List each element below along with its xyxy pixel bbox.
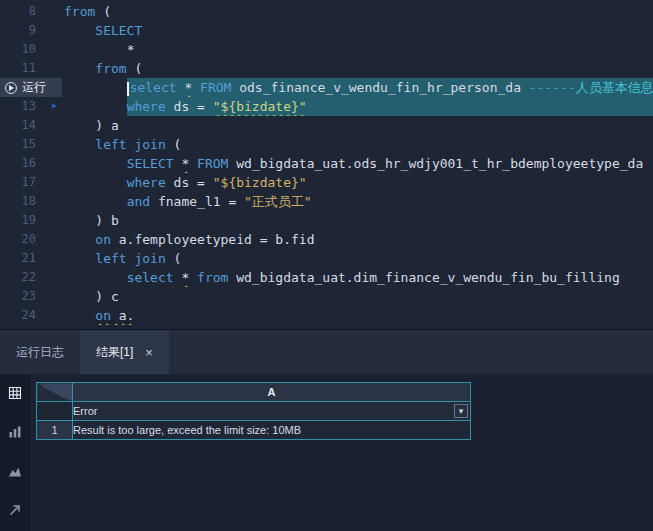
error-filter-value: Error (73, 405, 97, 417)
filter-row: Error (37, 402, 471, 421)
result-toolbar (0, 374, 30, 531)
corner-cell[interactable] (37, 383, 73, 402)
code-segment: FROM (197, 154, 228, 173)
run-button-label: 运行 (22, 78, 46, 97)
indent (64, 154, 127, 173)
indent (64, 211, 95, 230)
code-line[interactable]: 16 SELECT * FROM wd_bigdata_uat.ods_hr_w… (0, 154, 653, 173)
gutter-slot (44, 40, 64, 59)
line-number: 19 (0, 211, 44, 230)
code-text[interactable]: left join ( (64, 249, 653, 268)
code-segment: ) a (95, 116, 118, 135)
code-text[interactable]: ) c (64, 287, 653, 306)
gutter-slot (44, 211, 64, 230)
filter-dropdown-icon[interactable] (454, 404, 468, 418)
gutter-slot (44, 154, 64, 173)
result-row: 1Result is too large, exceed the limit s… (37, 421, 471, 440)
code-line[interactable]: 15 left join ( (0, 135, 653, 154)
code-segment: "${bizdate}" (213, 99, 307, 114)
code-line[interactable]: 13➤ where ds = "${bizdate}" (0, 97, 653, 116)
indent (64, 135, 95, 154)
bottom-panel: 运行日志结果[1]× (0, 329, 653, 531)
gutter-slot (44, 59, 64, 78)
code-text[interactable]: on a.femployeetypeid = b.fid (64, 230, 653, 249)
code-text[interactable]: SELECT * FROM wd_bigdata_uat.ods_hr_wdjy… (64, 154, 653, 173)
code-text[interactable]: from ( (64, 59, 653, 78)
code-segment: ) b (95, 211, 118, 230)
filter-row-header (37, 402, 73, 421)
gutter-slot (44, 2, 64, 21)
code-line[interactable]: 18 and fname_l1 = "正式员工" (0, 192, 653, 211)
tab-result[interactable]: 结果[1]× (80, 330, 169, 374)
code-segment: "正式员工" (244, 192, 312, 211)
error-filter-cell[interactable]: Error (73, 402, 471, 421)
code-line[interactable]: 23 ) c (0, 287, 653, 306)
code-editor[interactable]: 运行 8from (9 SELECT10 *11 from (12 select… (0, 0, 653, 329)
selection-highlight: select * FROM ods_finance_v_wendu_fin_hr… (127, 78, 653, 97)
code-line[interactable]: 12 select * FROM ods_finance_v_wendu_fin… (0, 78, 653, 97)
bar-chart-icon[interactable] (4, 421, 26, 443)
code-text[interactable]: select * FROM ods_finance_v_wendu_fin_hr… (64, 78, 653, 97)
code-segment: wd_bigdata_uat.ods_hr_wdjy001_t_hr_bdemp… (228, 154, 643, 173)
code-text[interactable]: ) a (64, 116, 653, 135)
gutter-slot (44, 192, 64, 211)
code-segment: ds (166, 99, 197, 114)
code-segment: ds = (166, 173, 213, 192)
code-text[interactable]: ) b (64, 211, 653, 230)
tab-close-icon[interactable]: × (145, 345, 153, 360)
code-segment: ( (166, 249, 182, 268)
line-number: 10 (0, 40, 44, 59)
indent (64, 97, 127, 116)
code-line[interactable]: 10 * (0, 40, 653, 59)
code-segment: * (181, 268, 189, 287)
code-segment: ods_finance_v_wendu_fin_hr_person_da (231, 80, 528, 95)
code-text[interactable]: from ( (64, 2, 653, 21)
code-text[interactable]: SELECT (64, 21, 653, 40)
export-arrow-icon[interactable] (4, 499, 26, 521)
code-segment: "${bizdate}" (213, 173, 307, 192)
line-number: 8 (0, 2, 44, 21)
line-number: 18 (0, 192, 44, 211)
gutter-slot (44, 249, 64, 268)
code-text[interactable]: where ds = "${bizdate}" (64, 173, 653, 192)
run-arrow-icon[interactable]: ➤ (51, 101, 58, 112)
line-number: 9 (0, 21, 44, 40)
code-line[interactable]: 14 ) a (0, 116, 653, 135)
code-text[interactable]: left join ( (64, 135, 653, 154)
row-number[interactable]: 1 (37, 421, 73, 440)
table-grid-icon[interactable] (4, 382, 26, 404)
code-segment: ( (95, 2, 111, 21)
code-line[interactable]: 11 from ( (0, 59, 653, 78)
code-segment: from (64, 2, 95, 21)
code-line[interactable]: 20 on a.femployeetypeid = b.fid (0, 230, 653, 249)
run-button[interactable]: 运行 (0, 78, 62, 97)
code-line[interactable]: 19 ) b (0, 211, 653, 230)
line-number: 11 (0, 59, 44, 78)
code-text[interactable]: and fname_l1 = "正式员工" (64, 192, 653, 211)
panel-body: A Error 1Result is too large, exceed the… (0, 374, 653, 531)
indent (64, 78, 127, 97)
code-line[interactable]: 22 select * from wd_bigdata_uat.dim_fina… (0, 268, 653, 287)
code-text[interactable]: on a. (64, 306, 653, 325)
code-text[interactable]: * (64, 40, 653, 59)
code-text[interactable]: select * from wd_bigdata_uat.dim_finance… (64, 268, 653, 287)
code-line[interactable]: 9 SELECT (0, 21, 653, 40)
code-line[interactable]: 17 where ds = "${bizdate}" (0, 173, 653, 192)
line-number: 22 (0, 268, 44, 287)
result-cell[interactable]: Result is too large, exceed the limit si… (73, 421, 471, 440)
code-text[interactable]: where ds = "${bizdate}" (64, 97, 653, 116)
code-segment (174, 154, 182, 173)
header-row: A (37, 383, 471, 402)
column-header-a[interactable]: A (73, 383, 471, 402)
code-segment: = (197, 99, 213, 114)
area-chart-icon[interactable] (4, 460, 26, 482)
code-segment: * (181, 154, 189, 173)
gutter-slot: ➤ (44, 97, 64, 116)
code-segment: * (127, 40, 135, 59)
line-number: 17 (0, 173, 44, 192)
code-line[interactable]: 24 on a. (0, 306, 653, 325)
code-line[interactable]: 8from ( (0, 2, 653, 21)
line-number: 13 (0, 97, 44, 116)
tab-run-log[interactable]: 运行日志 (0, 330, 80, 374)
code-line[interactable]: 21 left join ( (0, 249, 653, 268)
